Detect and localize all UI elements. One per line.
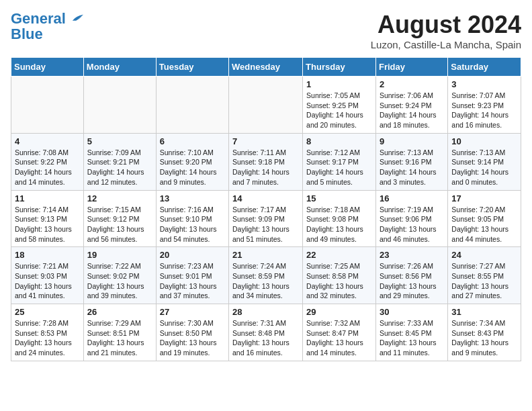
cell-info: Sunrise: 7:10 AM Sunset: 9:20 PM Dayligh… xyxy=(160,148,225,187)
day-number: 18 xyxy=(15,250,80,260)
day-number: 2 xyxy=(380,79,444,89)
calendar-cell: 6Sunrise: 7:10 AM Sunset: 9:20 PM Daylig… xyxy=(156,133,228,190)
calendar-cell: 7Sunrise: 7:11 AM Sunset: 9:18 PM Daylig… xyxy=(229,133,303,190)
day-number: 11 xyxy=(15,193,80,203)
calendar-cell xyxy=(156,77,228,134)
calendar-cell xyxy=(11,77,84,134)
logo-general: General xyxy=(11,10,66,27)
calendar-cell xyxy=(83,77,156,134)
calendar-cell: 30Sunrise: 7:33 AM Sunset: 8:45 PM Dayli… xyxy=(375,304,447,361)
calendar-cell: 18Sunrise: 7:21 AM Sunset: 9:03 PM Dayli… xyxy=(11,247,84,304)
calendar-cell: 5Sunrise: 7:09 AM Sunset: 9:21 PM Daylig… xyxy=(83,133,156,190)
calendar-cell: 14Sunrise: 7:17 AM Sunset: 9:09 PM Dayli… xyxy=(229,190,303,247)
cell-info: Sunrise: 7:14 AM Sunset: 9:13 PM Dayligh… xyxy=(15,205,80,244)
cell-info: Sunrise: 7:29 AM Sunset: 8:51 PM Dayligh… xyxy=(87,318,152,358)
calendar-cell: 13Sunrise: 7:16 AM Sunset: 9:10 PM Dayli… xyxy=(156,190,228,247)
calendar-cell: 1Sunrise: 7:05 AM Sunset: 9:25 PM Daylig… xyxy=(303,77,376,134)
day-number: 14 xyxy=(232,193,299,203)
day-number: 24 xyxy=(451,250,517,260)
weekday-header-saturday: Saturday xyxy=(448,58,521,77)
day-number: 6 xyxy=(160,136,225,146)
cell-info: Sunrise: 7:18 AM Sunset: 9:08 PM Dayligh… xyxy=(306,205,372,244)
day-number: 27 xyxy=(160,307,225,317)
calendar-cell: 11Sunrise: 7:14 AM Sunset: 9:13 PM Dayli… xyxy=(11,190,84,247)
day-number: 10 xyxy=(451,136,517,146)
day-number: 29 xyxy=(306,307,372,317)
day-number: 20 xyxy=(160,250,225,260)
cell-info: Sunrise: 7:15 AM Sunset: 9:12 PM Dayligh… xyxy=(87,205,152,244)
cell-info: Sunrise: 7:21 AM Sunset: 9:03 PM Dayligh… xyxy=(15,261,80,301)
cell-info: Sunrise: 7:07 AM Sunset: 9:23 PM Dayligh… xyxy=(451,91,517,130)
weekday-header-thursday: Thursday xyxy=(303,58,376,77)
day-number: 17 xyxy=(451,193,517,203)
calendar-cell: 28Sunrise: 7:31 AM Sunset: 8:48 PM Dayli… xyxy=(229,304,303,361)
day-number: 1 xyxy=(306,79,372,89)
calendar-cell: 2Sunrise: 7:06 AM Sunset: 9:24 PM Daylig… xyxy=(375,77,447,134)
day-number: 9 xyxy=(380,136,444,146)
calendar-cell: 19Sunrise: 7:22 AM Sunset: 9:02 PM Dayli… xyxy=(83,247,156,304)
day-number: 8 xyxy=(306,136,372,146)
cell-info: Sunrise: 7:30 AM Sunset: 8:50 PM Dayligh… xyxy=(160,318,225,358)
location-subtitle: Luzon, Castille-La Mancha, Spain xyxy=(371,39,521,50)
weekday-header-friday: Friday xyxy=(375,58,447,77)
cell-info: Sunrise: 7:11 AM Sunset: 9:18 PM Dayligh… xyxy=(232,148,299,187)
cell-info: Sunrise: 7:12 AM Sunset: 9:17 PM Dayligh… xyxy=(306,148,372,187)
cell-info: Sunrise: 7:31 AM Sunset: 8:48 PM Dayligh… xyxy=(232,318,299,358)
title-area: August 2024 Luzon, Castille-La Mancha, S… xyxy=(371,11,521,50)
day-number: 31 xyxy=(451,307,517,317)
day-number: 3 xyxy=(451,79,517,89)
cell-info: Sunrise: 7:25 AM Sunset: 8:58 PM Dayligh… xyxy=(306,261,372,301)
cell-info: Sunrise: 7:26 AM Sunset: 8:56 PM Dayligh… xyxy=(380,261,444,301)
calendar-week-row: 11Sunrise: 7:14 AM Sunset: 9:13 PM Dayli… xyxy=(11,190,521,247)
month-year-title: August 2024 xyxy=(371,11,521,39)
cell-info: Sunrise: 7:20 AM Sunset: 9:05 PM Dayligh… xyxy=(451,205,517,244)
calendar-cell: 8Sunrise: 7:12 AM Sunset: 9:17 PM Daylig… xyxy=(303,133,376,190)
weekday-header-monday: Monday xyxy=(83,58,156,77)
cell-info: Sunrise: 7:24 AM Sunset: 8:59 PM Dayligh… xyxy=(232,261,299,301)
cell-info: Sunrise: 7:28 AM Sunset: 8:53 PM Dayligh… xyxy=(15,318,80,358)
calendar-cell: 10Sunrise: 7:13 AM Sunset: 9:14 PM Dayli… xyxy=(448,133,521,190)
calendar-week-row: 18Sunrise: 7:21 AM Sunset: 9:03 PM Dayli… xyxy=(11,247,521,304)
calendar-cell: 4Sunrise: 7:08 AM Sunset: 9:22 PM Daylig… xyxy=(11,133,84,190)
cell-info: Sunrise: 7:08 AM Sunset: 9:22 PM Dayligh… xyxy=(15,148,80,187)
day-number: 28 xyxy=(232,307,299,317)
logo-text: General xyxy=(11,11,83,27)
day-number: 22 xyxy=(306,250,372,260)
weekday-header-tuesday: Tuesday xyxy=(156,58,228,77)
cell-info: Sunrise: 7:13 AM Sunset: 9:16 PM Dayligh… xyxy=(380,148,444,187)
weekday-header-row: SundayMondayTuesdayWednesdayThursdayFrid… xyxy=(11,58,521,77)
calendar-cell: 29Sunrise: 7:32 AM Sunset: 8:47 PM Dayli… xyxy=(303,304,376,361)
calendar-cell: 3Sunrise: 7:07 AM Sunset: 9:23 PM Daylig… xyxy=(448,77,521,134)
cell-info: Sunrise: 7:23 AM Sunset: 9:01 PM Dayligh… xyxy=(160,261,225,301)
cell-info: Sunrise: 7:16 AM Sunset: 9:10 PM Dayligh… xyxy=(160,205,225,244)
calendar-cell: 23Sunrise: 7:26 AM Sunset: 8:56 PM Dayli… xyxy=(375,247,447,304)
calendar-cell: 9Sunrise: 7:13 AM Sunset: 9:16 PM Daylig… xyxy=(375,133,447,190)
cell-info: Sunrise: 7:27 AM Sunset: 8:55 PM Dayligh… xyxy=(451,261,517,301)
cell-info: Sunrise: 7:33 AM Sunset: 8:45 PM Dayligh… xyxy=(380,318,444,358)
logo: General Blue xyxy=(11,11,83,42)
calendar-table: SundayMondayTuesdayWednesdayThursdayFrid… xyxy=(11,57,521,361)
day-number: 15 xyxy=(306,193,372,203)
day-number: 7 xyxy=(232,136,299,146)
cell-info: Sunrise: 7:34 AM Sunset: 8:43 PM Dayligh… xyxy=(451,318,517,358)
calendar-cell: 24Sunrise: 7:27 AM Sunset: 8:55 PM Dayli… xyxy=(448,247,521,304)
cell-info: Sunrise: 7:13 AM Sunset: 9:14 PM Dayligh… xyxy=(451,148,517,187)
weekday-header-wednesday: Wednesday xyxy=(229,58,303,77)
calendar-cell xyxy=(229,77,303,134)
day-number: 19 xyxy=(87,250,152,260)
day-number: 12 xyxy=(87,193,152,203)
cell-info: Sunrise: 7:19 AM Sunset: 9:06 PM Dayligh… xyxy=(380,205,444,244)
calendar-cell: 17Sunrise: 7:20 AM Sunset: 9:05 PM Dayli… xyxy=(448,190,521,247)
calendar-cell: 25Sunrise: 7:28 AM Sunset: 8:53 PM Dayli… xyxy=(11,304,84,361)
calendar-cell: 20Sunrise: 7:23 AM Sunset: 9:01 PM Dayli… xyxy=(156,247,228,304)
day-number: 25 xyxy=(15,307,80,317)
cell-info: Sunrise: 7:32 AM Sunset: 8:47 PM Dayligh… xyxy=(306,318,372,358)
day-number: 23 xyxy=(380,250,444,260)
calendar-week-row: 25Sunrise: 7:28 AM Sunset: 8:53 PM Dayli… xyxy=(11,304,521,361)
calendar-cell: 12Sunrise: 7:15 AM Sunset: 9:12 PM Dayli… xyxy=(83,190,156,247)
cell-info: Sunrise: 7:06 AM Sunset: 9:24 PM Dayligh… xyxy=(380,91,444,130)
day-number: 4 xyxy=(15,136,80,146)
day-number: 13 xyxy=(160,193,225,203)
calendar-cell: 15Sunrise: 7:18 AM Sunset: 9:08 PM Dayli… xyxy=(303,190,376,247)
calendar-cell: 21Sunrise: 7:24 AM Sunset: 8:59 PM Dayli… xyxy=(229,247,303,304)
